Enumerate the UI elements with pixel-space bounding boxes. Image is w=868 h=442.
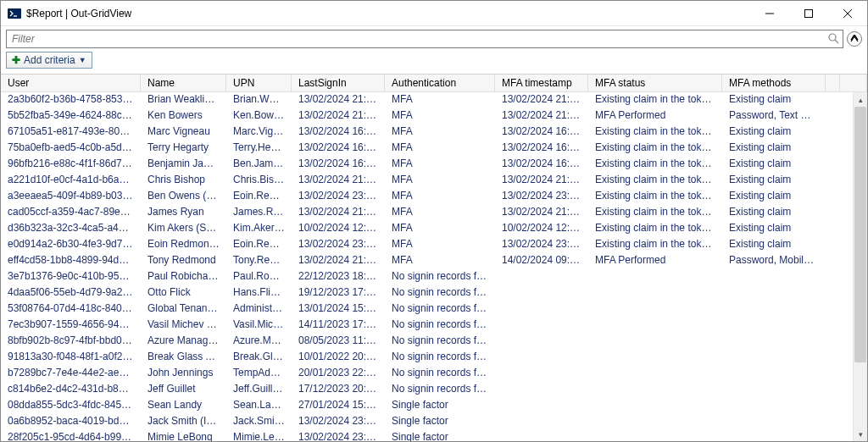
cell-upn: Brian.Weakli…: [226, 92, 292, 108]
cell-mfa-methods: Existing claim: [722, 141, 826, 157]
col-mfa-timestamp[interactable]: MFA timestamp: [495, 75, 588, 91]
cell-lastsignin: 13/02/2024 23:42:41: [292, 237, 385, 253]
col-tail: [840, 75, 867, 91]
titlebar: $Report | Out-GridView: [1, 1, 867, 26]
cell-mfa-status: [588, 430, 722, 441]
cell-mfa-status: [588, 350, 722, 366]
cell-user: eff4cd58-1bb8-4899-94de-7…: [1, 253, 141, 269]
table-row[interactable]: eff4cd58-1bb8-4899-94de-7…Tony RedmondTo…: [1, 253, 853, 269]
cell-mfa-status: Existing claim in the token used: [588, 173, 722, 189]
cell-user: 08dda855-5dc3-4fdc-8458-…: [1, 398, 141, 414]
cell-name: Benjamin James…: [141, 157, 226, 173]
cell-mfa-timestamp: 13/02/2024 16:33:37: [495, 157, 588, 173]
close-icon: [843, 9, 852, 18]
minimize-button[interactable]: [750, 1, 789, 26]
scroll-up-icon[interactable]: ▴: [854, 92, 867, 107]
cell-mfa-methods: [722, 414, 826, 430]
cell-lastsignin: 10/02/2024 12:01:14: [292, 221, 385, 237]
cell-mfa-methods: [722, 269, 826, 285]
cell-mfa-timestamp: [495, 366, 588, 382]
maximize-button[interactable]: [789, 1, 828, 26]
cell-user: c814b6e2-d4c2-431d-b82c-…: [1, 382, 141, 398]
cell-mfa-methods: Existing claim: [722, 157, 826, 173]
col-mfa-methods[interactable]: MFA methods: [722, 75, 826, 91]
cell-mfa-timestamp: [495, 398, 588, 414]
cell-user: 96bfb216-e88c-4f1f-86d7-0…: [1, 157, 141, 173]
cell-mfa-status: [588, 269, 722, 285]
table-row[interactable]: 28f205c1-95cd-4d64-b998-…Mimie LeBonqMim…: [1, 430, 853, 441]
table-row[interactable]: a3eeaea5-409f-4b89-b039-…Ben Owens (DC…E…: [1, 189, 853, 205]
add-criteria-label: Add criteria: [24, 54, 75, 66]
table-row[interactable]: 0a6b8952-baca-4019-bdaf-…Jack Smith (IT …: [1, 414, 853, 430]
cell-upn: Paul.Robich…: [226, 269, 292, 285]
cell-user: 53f08764-07d4-418c-8403-…: [1, 301, 141, 318]
table-row[interactable]: 3e7b1376-9e0c-410b-95ec-…Paul Robichaux …: [1, 269, 853, 285]
table-row[interactable]: 08dda855-5dc3-4fdc-8458-…Sean LandySean.…: [1, 398, 853, 414]
table-row[interactable]: 96bfb216-e88c-4f1f-86d7-0…Benjamin James…: [1, 157, 853, 173]
filter-box[interactable]: [6, 30, 843, 48]
table-row[interactable]: cad05ccf-a359-4ac7-89e0-1…James RyanJame…: [1, 205, 853, 221]
cell-name: Jeff Guillet: [141, 382, 226, 398]
svg-point-6: [829, 34, 836, 41]
scroll-thumb[interactable]: [854, 107, 866, 362]
cell-authentication: No signin records found: [385, 269, 495, 285]
cell-lastsignin: 13/01/2024 15:48:23: [292, 301, 385, 318]
table-row[interactable]: 91813a30-f048-48f1-a0f2-fd…Break Glass A…: [1, 350, 853, 366]
scroll-track[interactable]: [854, 107, 867, 427]
table-row[interactable]: 7ec3b907-1559-4656-9418-…Vasil Michev (T…: [1, 318, 853, 334]
cell-mfa-methods: Existing claim: [722, 124, 826, 141]
table-row[interactable]: 5b52fba5-349e-4624-88cd-…Ken BowersKen.B…: [1, 108, 853, 124]
scroll-down-icon[interactable]: ▾: [854, 427, 867, 441]
col-blank: [826, 75, 840, 91]
table-row[interactable]: d36b323a-32c3-4ca5-a4a5-…Kim Akers (She/…: [1, 221, 853, 237]
add-criteria-button[interactable]: ✚ Add criteria ▼: [6, 52, 92, 69]
table-row[interactable]: 8bfb902b-8c97-4fbf-bbd0-2…Azure Managem……: [1, 334, 853, 350]
cell-mfa-status: MFA Performed: [588, 108, 722, 124]
cell-authentication: MFA: [385, 108, 495, 124]
cell-mfa-timestamp: [495, 285, 588, 301]
close-button[interactable]: [828, 1, 867, 26]
cell-upn: Break.Glass…: [226, 350, 292, 366]
table-row[interactable]: b7289bc7-7e4e-44e2-ae1b-…John JenningsTe…: [1, 366, 853, 382]
cell-authentication: MFA: [385, 189, 495, 205]
col-authentication[interactable]: Authentication: [385, 75, 495, 91]
cell-name: Global Tenant A…: [141, 301, 226, 318]
table-row[interactable]: 4daa5f06-55eb-4d79-9a24-…Otto FlickHans.…: [1, 285, 853, 301]
cell-upn: Vasil.Michev…: [226, 318, 292, 334]
table-row[interactable]: 67105a51-e817-493e-8094-…Marc VigneauMar…: [1, 124, 853, 141]
table-row[interactable]: a221d10f-e0cf-4a1d-b6a2-4…Chris BishopCh…: [1, 173, 853, 189]
cell-user: d36b323a-32c3-4ca5-a4a5-…: [1, 221, 141, 237]
column-headers: User Name UPN LastSignIn Authentication …: [1, 75, 867, 92]
chevron-down-icon: ▼: [79, 56, 86, 64]
cell-mfa-methods: [722, 430, 826, 441]
filter-input[interactable]: [10, 32, 839, 46]
cell-mfa-status: [588, 398, 722, 414]
table-row[interactable]: e0d914a2-6b30-4fe3-9d7b-…Eoin Redmond (……: [1, 237, 853, 253]
vertical-scrollbar[interactable]: ▴ ▾: [853, 92, 867, 441]
cell-mfa-timestamp: [495, 334, 588, 350]
cell-user: 91813a30-f048-48f1-a0f2-fd…: [1, 350, 141, 366]
cell-authentication: MFA: [385, 221, 495, 237]
col-user[interactable]: User: [1, 75, 141, 91]
query-expander[interactable]: [847, 31, 862, 47]
cell-mfa-timestamp: 10/02/2024 12:01:14: [495, 221, 588, 237]
col-mfa-status[interactable]: MFA status: [588, 75, 722, 91]
cell-mfa-methods: Existing claim: [722, 221, 826, 237]
data-grid: User Name UPN LastSignIn Authentication …: [1, 74, 867, 441]
cell-lastsignin: 13/02/2024 21:17:20: [292, 92, 385, 108]
table-row[interactable]: c814b6e2-d4c2-431d-b82c-…Jeff GuilletJef…: [1, 382, 853, 398]
col-name[interactable]: Name: [141, 75, 226, 91]
cell-lastsignin: 14/11/2023 17:16:07: [292, 318, 385, 334]
cell-mfa-methods: [722, 318, 826, 334]
out-gridview-window: $Report | Out-GridView ✚ Add criteria ▼: [0, 0, 868, 442]
cell-lastsignin: 20/01/2023 22:23:04: [292, 366, 385, 382]
col-upn[interactable]: UPN: [226, 75, 292, 91]
table-row[interactable]: 2a3b60f2-b36b-4758-8533-…Brian Weakliam……: [1, 92, 853, 108]
minimize-icon: [765, 9, 774, 18]
cell-mfa-timestamp: [495, 269, 588, 285]
cell-user: 75ba0efb-aed5-4c0b-a5de-…: [1, 141, 141, 157]
cell-authentication: No signin records found: [385, 301, 495, 318]
table-row[interactable]: 75ba0efb-aed5-4c0b-a5de-…Terry HegartyTe…: [1, 141, 853, 157]
table-row[interactable]: 53f08764-07d4-418c-8403-…Global Tenant A…: [1, 301, 853, 318]
col-lastsignin[interactable]: LastSignIn: [292, 75, 385, 91]
